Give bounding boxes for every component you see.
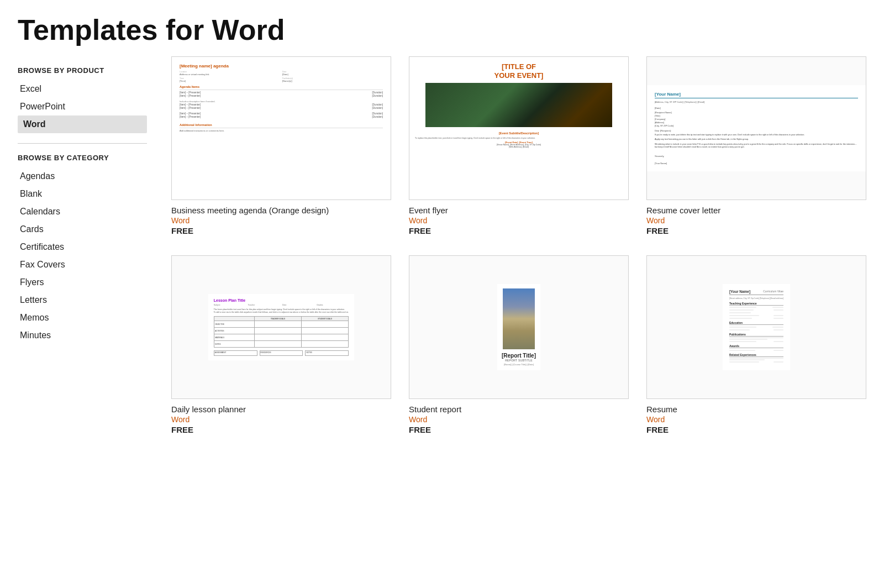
sidebar: BROWSE BY PRODUCT Excel PowerPoint Word …	[0, 56, 160, 344]
template-thumbnail-cover-letter: [Your Name] [Address, City, ST ZIP Code]…	[646, 56, 866, 200]
sidebar-item-excel[interactable]: Excel	[18, 80, 147, 98]
template-title-0: Business meeting agenda (Orange design)	[171, 206, 391, 215]
template-product-0: Word	[171, 216, 391, 225]
template-title-3: Daily lesson planner	[171, 405, 391, 414]
template-price-0: FREE	[171, 226, 391, 235]
template-card-student-report[interactable]: [Report Title] REPORT SUBTITLE [Name] | …	[409, 255, 629, 434]
template-price-5: FREE	[646, 425, 866, 434]
sidebar-item-powerpoint[interactable]: PowerPoint	[18, 98, 147, 116]
template-product-1: Word	[409, 216, 629, 225]
template-thumbnail-student-report: [Report Title] REPORT SUBTITLE [Name] | …	[409, 255, 629, 399]
browse-by-category-heading: BROWSE BY CATEGORY	[18, 154, 147, 162]
template-title-5: Resume	[646, 405, 866, 414]
template-thumbnail-lesson-plan: Lesson Plan Title Subject Teacher Date G…	[171, 255, 391, 399]
sidebar-item-blank[interactable]: Blank	[18, 185, 147, 203]
template-product-5: Word	[646, 415, 866, 424]
template-card-resume-cover-letter[interactable]: [Your Name] [Address, City, ST ZIP Code]…	[646, 56, 866, 235]
browse-by-product-heading: BROWSE BY PRODUCT	[18, 66, 147, 75]
templates-grid: [Meeting name] agenda LocationAddress or…	[171, 56, 866, 434]
sidebar-item-calendars[interactable]: Calendars	[18, 203, 147, 221]
template-card-daily-lesson-planner[interactable]: Lesson Plan Title Subject Teacher Date G…	[171, 255, 391, 434]
template-thumbnail-resume: [Your Name] Curriculum Vitae [Street add…	[646, 255, 866, 399]
template-thumbnail-agenda: [Meeting name] agenda LocationAddress or…	[171, 56, 391, 200]
template-price-2: FREE	[646, 226, 866, 235]
sidebar-item-certificates[interactable]: Certificates	[18, 238, 147, 256]
sidebar-item-memos[interactable]: Memos	[18, 309, 147, 327]
sidebar-item-minutes[interactable]: Minutes	[18, 327, 147, 344]
sidebar-item-fax-covers[interactable]: Fax Covers	[18, 256, 147, 274]
template-card-event-flyer[interactable]: [TITLE OFYOUR EVENT] [Event Subtitle/Des…	[409, 56, 629, 235]
sidebar-item-cards[interactable]: Cards	[18, 221, 147, 238]
sidebar-divider	[18, 143, 147, 144]
template-price-4: FREE	[409, 425, 629, 434]
page-title: Templates for Word	[0, 0, 884, 56]
template-title-1: Event flyer	[409, 206, 629, 215]
template-product-4: Word	[409, 415, 629, 424]
template-product-3: Word	[171, 415, 391, 424]
sidebar-item-agendas[interactable]: Agendas	[18, 167, 147, 185]
template-card-resume[interactable]: [Your Name] Curriculum Vitae [Street add…	[646, 255, 866, 434]
template-title-2: Resume cover letter	[646, 206, 866, 215]
template-title-4: Student report	[409, 405, 629, 414]
template-product-2: Word	[646, 216, 866, 225]
template-thumbnail-event: [TITLE OFYOUR EVENT] [Event Subtitle/Des…	[409, 56, 629, 200]
template-price-1: FREE	[409, 226, 629, 235]
template-card-business-meeting-agenda[interactable]: [Meeting name] agenda LocationAddress or…	[171, 56, 391, 235]
sidebar-item-flyers[interactable]: Flyers	[18, 274, 147, 291]
sidebar-item-word[interactable]: Word	[18, 116, 147, 133]
content-area: [Meeting name] agenda LocationAddress or…	[160, 56, 884, 434]
sidebar-item-letters[interactable]: Letters	[18, 291, 147, 309]
main-layout: BROWSE BY PRODUCT Excel PowerPoint Word …	[0, 56, 884, 456]
template-price-3: FREE	[171, 425, 391, 434]
